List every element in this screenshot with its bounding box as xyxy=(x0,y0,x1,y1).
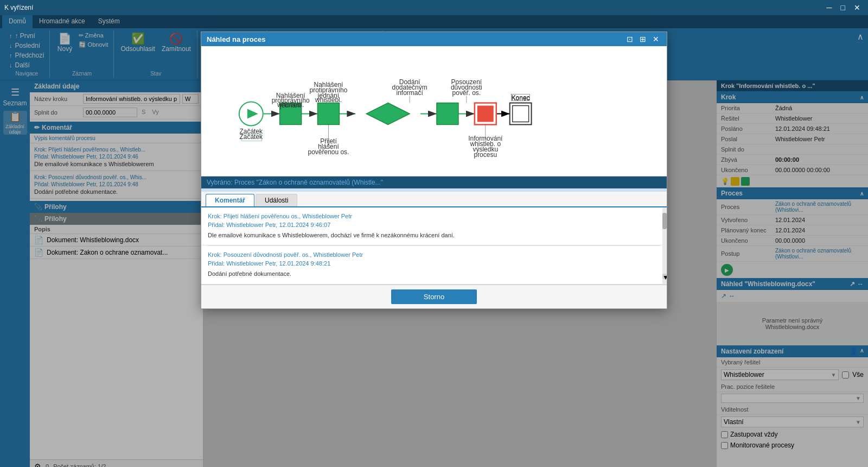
minimize-button[interactable]: ─ xyxy=(824,3,835,12)
modal-comment-2-text: Dodání potřebné dokumentace. xyxy=(208,270,660,278)
tab-komentar[interactable]: Komentář xyxy=(206,194,254,206)
modal-comment-1-text: Dle emailové komunikace s Whistleblowere… xyxy=(208,231,660,239)
svg-rect-12 xyxy=(318,103,340,125)
comment-scrollbar[interactable]: ▼ xyxy=(662,207,667,285)
modal-restore-btn[interactable]: ⊞ xyxy=(637,35,648,43)
svg-rect-18 xyxy=(513,106,529,122)
modal-comment-2: Krok: Posouzení důvodnosti pověř. os., W… xyxy=(201,246,667,284)
modal-controls: ⊡ ⊞ ✕ xyxy=(624,35,661,43)
modal-comment-2-meta: Krok: Posouzení důvodnosti pověř. os., W… xyxy=(208,251,660,258)
modal-header: Náhled na proces ⊡ ⊞ ✕ xyxy=(201,32,667,46)
svg-text:pověř. os.: pověř. os. xyxy=(452,89,481,97)
modal-tabs: Komentář Události xyxy=(201,192,667,207)
tab-udalosti[interactable]: Události xyxy=(256,194,297,206)
storno-button[interactable]: Storno xyxy=(391,289,477,304)
svg-rect-16 xyxy=(477,106,494,122)
process-diagram: Nahlášení protiprávního jednání whistleb… xyxy=(201,46,667,176)
close-button[interactable]: ✕ xyxy=(851,3,864,12)
modal-fullscreen-btn[interactable]: ⊡ xyxy=(624,35,635,43)
modal-comment-2-added: Přidal: Whistleblower Petr, 12.01.2024 9… xyxy=(208,260,660,267)
svg-text:pověřenou os.: pověřenou os. xyxy=(308,148,349,156)
comment-scrollbar-thumb xyxy=(662,213,667,229)
title-bar: K vyřízení ─ □ ✕ xyxy=(0,0,868,15)
modal-title: Náhled na proces xyxy=(207,35,265,43)
svg-text:Konec: Konec xyxy=(512,94,530,102)
window-title: K vyřízení xyxy=(4,4,33,11)
svg-text:whistlebl.: whistlebl. xyxy=(315,96,342,104)
modal-comments: Krok: Přijetí hlášení pověřenou os., Whi… xyxy=(201,207,667,285)
svg-text:procesu: procesu xyxy=(474,151,497,159)
comment-scrollbar-down: ▼ xyxy=(662,274,667,279)
svg-rect-14 xyxy=(437,103,458,125)
window-controls[interactable]: ─ □ ✕ xyxy=(824,3,864,12)
svg-text:informací: informací xyxy=(396,89,423,97)
modal-comment-1-meta: Krok: Přijetí hlášení pověřenou os., Whi… xyxy=(208,213,660,219)
modal-comment-1: Krok: Přijetí hlášení pověřenou os., Whi… xyxy=(201,207,667,245)
svg-text:Začátek: Začátek xyxy=(240,133,263,141)
modal-footer: Storno xyxy=(201,285,667,308)
modal-overlay[interactable]: Náhled na proces ⊡ ⊞ ✕ xyxy=(0,15,868,467)
svg-marker-13 xyxy=(366,103,410,125)
selected-process-bar: Vybráno: Proces "Zákon o ochraně oznamov… xyxy=(201,176,667,188)
selected-process-text: Proces "Zákon o ochraně oznamovatelů (Wh… xyxy=(234,179,383,186)
svg-text:whistlebl.: whistlebl. xyxy=(277,101,304,109)
modal-comment-1-added: Přidal: Whistleblower Petr, 12.01.2024 9… xyxy=(208,222,660,228)
modal-close-btn[interactable]: ✕ xyxy=(650,35,661,43)
maximize-button[interactable]: □ xyxy=(838,3,848,12)
process-svg: Nahlášení protiprávního jednání whistleb… xyxy=(207,52,661,171)
modal-dialog: Náhled na proces ⊡ ⊞ ✕ xyxy=(201,31,667,309)
